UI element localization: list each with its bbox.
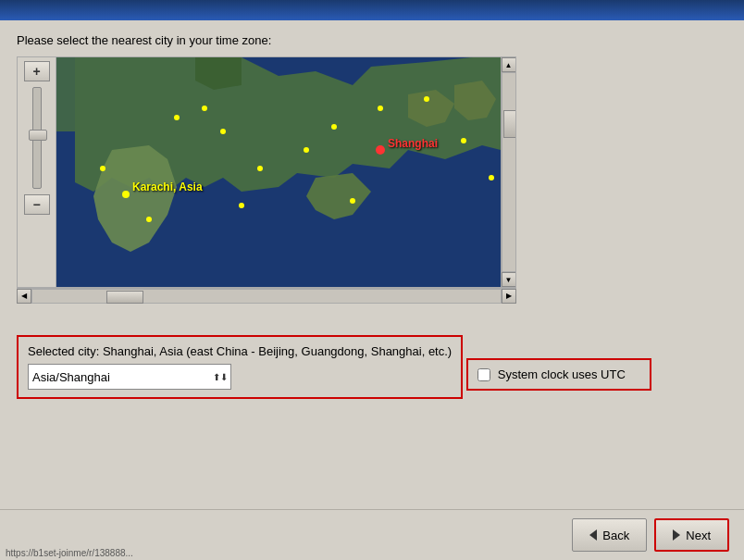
map-container[interactable]: + −: [17, 56, 516, 288]
svg-point-13: [100, 166, 105, 171]
svg-point-9: [489, 175, 494, 180]
map-area: + −: [17, 56, 727, 303]
scroll-right-arrow[interactable]: ▶: [502, 289, 516, 304]
main-content: Please select the nearest city in your t…: [0, 20, 744, 408]
scroll-thumb-vertical[interactable]: [503, 110, 516, 138]
selected-city-section: Selected city: Shanghai, Asia (east Chin…: [17, 335, 463, 399]
scroll-thumb-horizontal[interactable]: [106, 291, 143, 304]
zoom-slider-thumb[interactable]: [29, 130, 47, 141]
utc-checkbox[interactable]: [477, 368, 490, 381]
utc-section: System clock uses UTC: [466, 358, 651, 391]
next-button[interactable]: Next: [654, 518, 729, 552]
map-viewport[interactable]: Karachi, Asia Shanghai: [56, 57, 501, 287]
next-arrow-icon: [673, 529, 680, 541]
svg-point-6: [378, 106, 383, 111]
instruction-label: Please select the nearest city in your t…: [17, 33, 727, 47]
next-button-label: Next: [686, 529, 711, 542]
map-image: Karachi, Asia Shanghai: [56, 57, 501, 287]
svg-text:Shanghai: Shanghai: [388, 137, 438, 150]
zoom-slider-track: [32, 87, 42, 189]
status-bar-text: https://b1set-joinme/r/138888...: [6, 548, 133, 558]
svg-point-1: [174, 115, 180, 120]
svg-point-7: [424, 96, 429, 102]
map-bottom-scrollbar: ◀ ▶: [17, 288, 516, 303]
city-dot-karachi: [122, 191, 130, 198]
svg-point-4: [304, 147, 309, 153]
svg-point-5: [331, 124, 337, 130]
city-dot-shanghai: [376, 145, 385, 155]
map-left-controls: + −: [18, 57, 56, 287]
scroll-up-arrow[interactable]: ▲: [502, 57, 516, 72]
svg-point-10: [350, 198, 355, 204]
svg-point-8: [461, 138, 466, 143]
svg-point-2: [220, 129, 226, 134]
top-bar: [0, 0, 744, 20]
svg-point-3: [257, 166, 263, 171]
scroll-left-arrow[interactable]: ◀: [17, 289, 31, 304]
status-bar: https://b1set-joinme/r/138888...: [0, 546, 139, 560]
utc-checkbox-label: System clock uses UTC: [498, 367, 626, 381]
svg-point-14: [202, 106, 207, 111]
zoom-out-button[interactable]: −: [24, 194, 50, 215]
utc-checkbox-row: System clock uses UTC: [477, 367, 640, 381]
svg-text:Karachi, Asia: Karachi, Asia: [132, 180, 203, 193]
timezone-select-wrapper: Asia/Shanghai Asia/Beijing Asia/Chongqin…: [28, 364, 231, 390]
scroll-down-arrow[interactable]: ▼: [502, 272, 516, 287]
scroll-track-vertical[interactable]: [502, 72, 516, 272]
back-button[interactable]: Back: [572, 518, 647, 552]
zoom-in-button[interactable]: +: [24, 61, 50, 81]
scroll-track-horizontal[interactable]: [31, 289, 502, 304]
timezone-select[interactable]: Asia/Shanghai Asia/Beijing Asia/Chongqin…: [28, 364, 231, 390]
selected-city-label: Selected city: Shanghai, Asia (east Chin…: [28, 344, 452, 358]
svg-point-11: [239, 203, 244, 208]
svg-point-12: [146, 217, 152, 222]
map-svg: Karachi, Asia Shanghai: [56, 57, 501, 287]
back-button-label: Back: [602, 529, 629, 542]
back-arrow-icon: [589, 529, 597, 541]
map-right-scrollbar: ▲ ▼: [501, 57, 515, 287]
